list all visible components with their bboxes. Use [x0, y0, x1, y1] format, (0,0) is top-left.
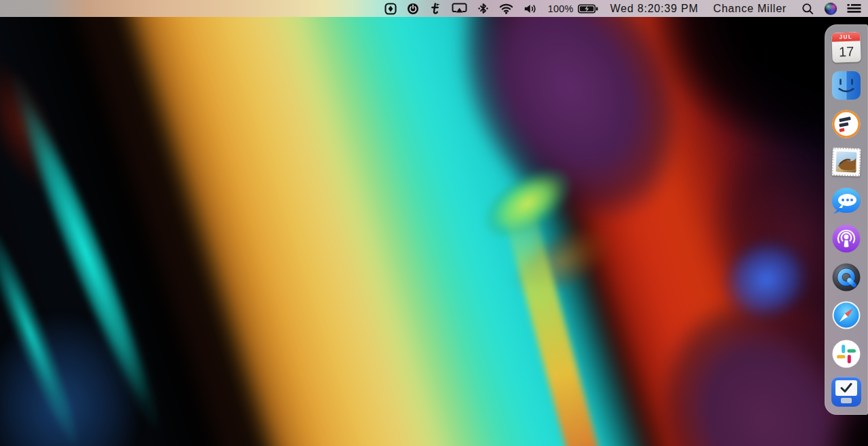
dock-item-finder[interactable] [831, 70, 862, 101]
desktop-wallpaper [0, 0, 868, 446]
menu-bar-user-name[interactable]: Chance Miller [713, 0, 787, 17]
bluetooth-icon [477, 2, 489, 15]
t-flag-app-menu-item[interactable] [429, 0, 441, 17]
things-icon [831, 377, 861, 407]
podcasts-icon [831, 224, 861, 254]
safari-icon [831, 300, 861, 330]
mail-icon [831, 148, 861, 177]
siri-menu-item[interactable] [825, 0, 837, 17]
dock-item-fantastical[interactable] [831, 108, 862, 140]
diamond-app-menu-item[interactable] [384, 0, 397, 17]
dock-item-messages[interactable] [831, 185, 862, 216]
battery-percentage[interactable]: 100% [548, 0, 574, 17]
dock-item-mail[interactable] [831, 146, 862, 178]
diamond-app-icon [384, 3, 397, 15]
dock-item-calendar[interactable]: JUL 17 [831, 32, 862, 63]
airplay-menu-item[interactable] [452, 0, 467, 17]
finder-icon [831, 70, 861, 100]
wifi-menu-item[interactable] [499, 0, 513, 17]
dock-item-slack[interactable] [831, 338, 862, 369]
t-flag-app-icon [429, 2, 441, 16]
wifi-icon [499, 3, 513, 14]
menu-bar: 100% Wed 8:20:39 PM Chance Miller [0, 0, 868, 17]
volume-icon [524, 3, 537, 14]
slack-icon [831, 339, 861, 369]
battery-charging-icon [578, 3, 599, 14]
siri-icon [825, 3, 837, 15]
dock-item-quicktime[interactable] [831, 262, 862, 293]
dock-item-things[interactable] [831, 376, 862, 407]
messages-icon [831, 186, 861, 215]
calendar-icon: JUL 17 [831, 32, 861, 62]
dock-item-podcasts[interactable] [831, 223, 862, 254]
fantastical-icon [831, 109, 861, 139]
spotlight-menu-item[interactable] [802, 0, 814, 17]
dock-item-safari[interactable] [831, 300, 862, 331]
battery-menu-item[interactable] [578, 0, 599, 17]
airplay-icon [452, 3, 467, 14]
bluetooth-menu-item[interactable] [477, 0, 489, 17]
dock: JUL 17 [825, 24, 868, 415]
power-icon [407, 3, 419, 15]
calendar-day-label: 17 [832, 41, 861, 62]
menu-bar-clock[interactable]: Wed 8:20:39 PM [610, 0, 698, 17]
quicktime-icon [831, 262, 861, 292]
desktop-screen: 100% Wed 8:20:39 PM Chance Miller JUL [0, 0, 868, 446]
notification-center-menu-item[interactable] [847, 0, 861, 17]
notification-center-icon [847, 3, 861, 14]
volume-menu-item[interactable] [524, 0, 537, 17]
power-app-menu-item[interactable] [407, 0, 419, 17]
spotlight-search-icon [802, 3, 814, 15]
